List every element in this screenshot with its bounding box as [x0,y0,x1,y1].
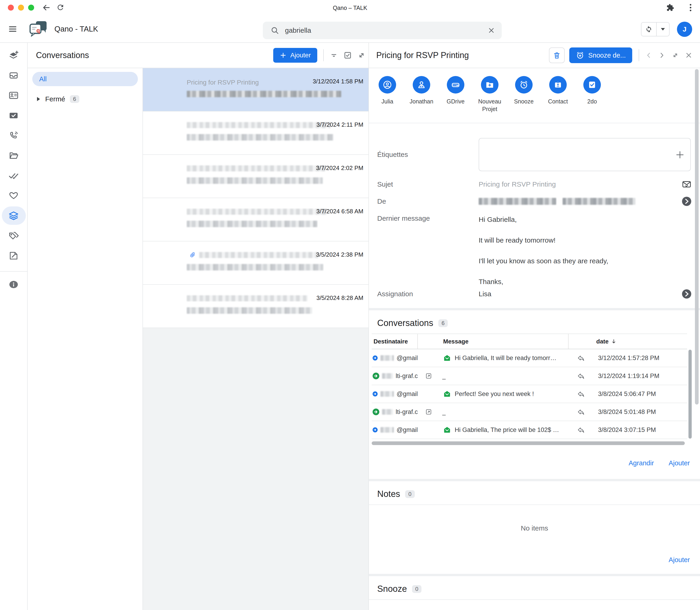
table-vertical-scrollbar[interactable] [688,350,692,439]
sync-dropdown-button[interactable] [657,22,669,36]
extension-button[interactable] [666,4,674,12]
table-row[interactable]: @gmail Hi Gabriella, It will be ready to… [372,349,687,367]
action-jonathan[interactable]: Jonathan [408,76,435,113]
action-new-project[interactable]: Nouveau Projet [476,76,503,113]
main-menu-button[interactable] [8,24,17,34]
tree-item-closed[interactable]: Fermé 6 [32,92,138,106]
rail-stack-add-button[interactable] [0,45,27,65]
action-snooze[interactable]: Snooze [510,76,538,113]
conversations-section-header: Conversations 6 [369,310,700,334]
search-bar[interactable]: gabriella [263,22,502,39]
action-gdrive[interactable]: GDrive [442,76,469,113]
etiquettes-input[interactable] [479,138,691,171]
conversations-panel-header: Conversations Ajouter [28,43,369,68]
rail-call-button[interactable] [0,125,27,145]
conversation-date: 3/5/2024 8:28 AM [316,294,363,302]
email-read-icon [443,390,451,398]
app-title: Qano - TALK [55,25,98,33]
conversation-list-item[interactable]: 3/5/2024 8:28 AM [143,285,369,328]
mail-check-icon [8,110,19,121]
clear-search-button[interactable] [487,27,495,34]
sujet-label: Sujet [377,180,479,188]
chevron-circle-icon [682,196,692,206]
de-expand-button[interactable] [682,196,692,206]
recipient-suffix: @gmail [396,354,418,362]
svg-text:q: q [36,27,40,34]
conversation-list-item[interactable]: Pricing for RSVP Printing 3/12/2024 1:58… [143,68,369,112]
conversation-list-item[interactable]: 3/5/2024 2:38 PM [143,241,369,285]
open-email-button[interactable] [682,179,692,189]
notes-divider [369,504,700,505]
rail-contacts-button[interactable] [0,85,27,105]
table-row[interactable]: lti-graf.c _ 3/8/2024 5:01:48 PM [372,403,687,421]
rail-mail-check-button[interactable] [0,105,27,125]
messages-table: Destinataire Message date @gmail [372,334,687,439]
select-mode-button[interactable] [341,48,355,62]
rail-done-all-button[interactable] [0,165,27,186]
table-row[interactable]: lti-graf.c _ 3/12/2024 1:19:14 PM [372,367,687,385]
expand-detail-button[interactable] [669,49,682,62]
add-message-link[interactable]: Ajouter [669,459,690,467]
reply-button[interactable] [576,389,586,399]
tree-item-all[interactable]: All [32,72,138,86]
reply-button[interactable] [576,353,586,363]
incoming-circle-icon [373,354,378,362]
previous-conversation-button[interactable] [642,49,655,62]
rail-info-button[interactable] [0,274,27,294]
browser-menu-button[interactable] [689,4,692,12]
double-check-icon [8,170,19,181]
assignation-value[interactable]: Lisa [479,290,491,298]
reply-button[interactable] [576,407,586,417]
column-message[interactable]: Message [418,334,569,349]
rail-notes-button[interactable] [0,245,27,266]
hamburger-icon [8,24,17,34]
sync-button[interactable] [641,22,657,36]
rail-favorites-button[interactable] [0,186,27,206]
next-conversation-button[interactable] [655,49,669,62]
table-horizontal-scrollbar[interactable] [372,442,688,445]
expand-panel-button[interactable] [355,48,369,62]
rail-pipelines-button[interactable] [0,206,27,226]
assignation-expand-button[interactable] [682,289,692,299]
user-avatar[interactable]: J [677,22,692,37]
reply-button[interactable] [576,371,586,381]
conversation-list-item[interactable]: 3/7/2024 6:58 AM [143,198,369,241]
action-julia[interactable]: Julia [374,76,401,113]
add-note-link[interactable]: Ajouter [669,556,690,564]
stack-add-icon [9,50,19,60]
phone-call-icon [9,130,19,141]
add-conversation-button[interactable]: Ajouter [273,48,317,63]
conversation-list-item[interactable]: 3/7/2024 2:11 PM [143,112,369,155]
plus-icon [675,150,685,160]
redacted-snippet [187,307,312,314]
conversation-date: 3/7/2024 2:02 PM [316,164,363,172]
detail-body: Julia Jonathan GDrive Nouveau Projet [369,69,700,610]
column-destinataire[interactable]: Destinataire [372,334,418,349]
column-date[interactable]: date [569,334,687,349]
conversation-date: 3/7/2024 6:58 AM [316,208,363,215]
filter-icon [329,51,338,60]
filter-button[interactable] [327,48,341,62]
detail-scrollbar[interactable] [695,69,699,404]
action-2do[interactable]: 2do [578,76,606,113]
table-row[interactable]: @gmail Perfect! See you next week ! 3/8/… [372,385,687,403]
reply-button[interactable] [576,425,586,435]
email-read-icon [443,354,451,362]
snooze-button[interactable]: Snooze de... [569,47,632,63]
quick-actions-row: Julia Jonathan GDrive Nouveau Projet [369,69,700,113]
rail-inbox-button[interactable] [0,65,27,85]
notes-section-header: Notes 0 [369,481,700,504]
action-contact[interactable]: Contact [544,76,572,113]
rail-tags-button[interactable] [0,226,27,245]
conversation-list-item[interactable]: 3/7/2024 2:02 PM [143,155,369,198]
table-row[interactable]: @gmail Hi Gabriella, The price will be 1… [372,421,687,439]
heart-icon [8,190,19,201]
rail-folder-button[interactable] [0,145,27,165]
close-detail-button[interactable] [682,49,695,62]
expand-table-link[interactable]: Agrandir [628,459,654,467]
delete-button[interactable] [549,47,565,63]
add-tag-button[interactable] [675,150,685,160]
sujet-value[interactable]: Pricing for RSVP Printing [479,180,556,188]
search-input[interactable]: gabriella [285,27,311,34]
outgoing-circle-icon [373,372,379,380]
